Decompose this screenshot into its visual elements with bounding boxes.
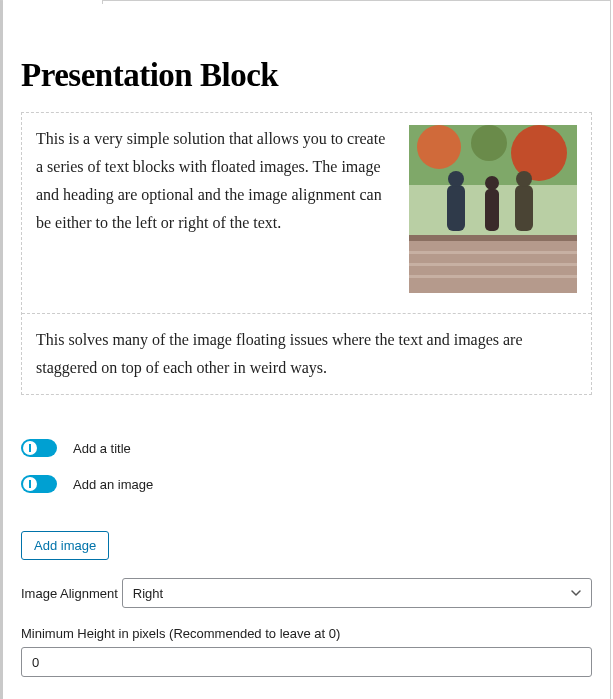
svg-point-4 — [471, 125, 507, 161]
toggle-add-title[interactable] — [21, 439, 57, 457]
alignment-row: Image Alignment Right — [21, 578, 592, 608]
svg-rect-7 — [409, 251, 577, 254]
photo-placeholder-icon — [409, 125, 577, 293]
preview-paragraph-2[interactable]: This solves many of the image floating i… — [36, 326, 577, 382]
block-content: Presentation Block — [3, 1, 610, 677]
svg-rect-10 — [447, 185, 465, 231]
svg-point-11 — [448, 171, 464, 187]
svg-rect-8 — [409, 263, 577, 266]
svg-point-15 — [516, 171, 532, 187]
min-height-label: Minimum Height in pixels (Recommended to… — [21, 626, 592, 641]
svg-rect-14 — [515, 185, 533, 231]
toggle-add-image-label: Add an image — [73, 477, 153, 492]
preview-box: This is a very simple solution that allo… — [21, 112, 592, 395]
alignment-label: Image Alignment — [21, 586, 118, 601]
svg-rect-6 — [409, 235, 577, 241]
toggle-row-image: Add an image — [21, 475, 592, 493]
block-editor-panel: Presentation Block — [0, 0, 611, 699]
svg-point-2 — [417, 125, 461, 169]
block-title[interactable]: Presentation Block — [21, 57, 592, 94]
toggle-add-title-label: Add a title — [73, 441, 131, 456]
preview-row-1: This is a very simple solution that allo… — [22, 113, 591, 313]
controls: Add a title Add an image Add image Image… — [21, 439, 592, 677]
alignment-select[interactable]: Right — [122, 578, 592, 608]
preview-row-2: This solves many of the image floating i… — [22, 313, 591, 394]
add-image-button[interactable]: Add image — [21, 531, 109, 560]
min-height-input[interactable] — [21, 647, 592, 677]
tab-stub — [3, 0, 103, 4]
svg-rect-12 — [485, 189, 499, 231]
toggle-add-image[interactable] — [21, 475, 57, 493]
preview-image[interactable] — [409, 125, 577, 293]
svg-rect-9 — [409, 275, 577, 278]
svg-point-13 — [485, 176, 499, 190]
toggle-row-title: Add a title — [21, 439, 592, 457]
